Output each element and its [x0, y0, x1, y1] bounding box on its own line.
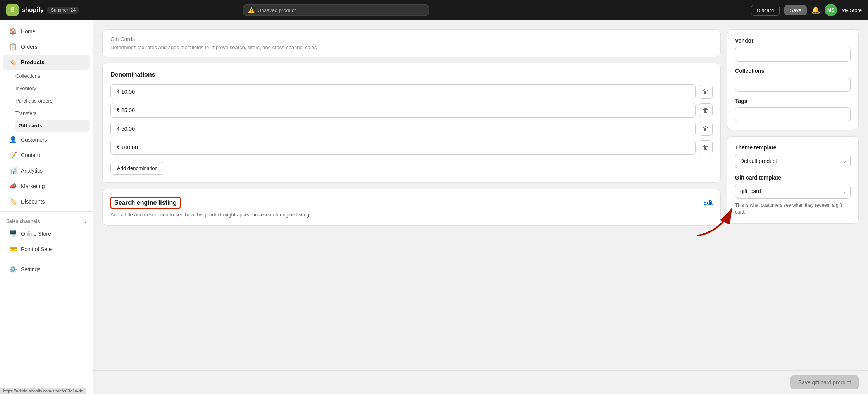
- transfers-label: Transfers: [16, 110, 36, 116]
- denomination-input-3[interactable]: [110, 122, 696, 136]
- denomination-row-2: 🗑: [110, 103, 713, 118]
- seo-edit-link[interactable]: Edit: [703, 200, 713, 206]
- save-button[interactable]: Save: [784, 5, 807, 15]
- notifications-icon[interactable]: 🔔: [811, 6, 820, 14]
- purchase-orders-label: Purchase orders: [16, 98, 52, 104]
- denomination-input-2[interactable]: [110, 103, 696, 118]
- sidebar-item-marketing[interactable]: 📣 Marketing: [3, 178, 90, 194]
- sidebar-item-discounts[interactable]: 🏷️ Discounts: [3, 194, 90, 209]
- topbar: S shopify Summer '24 ⚠️ Unsaved product …: [0, 0, 868, 20]
- sidebar-item-analytics[interactable]: 📊 Analytics: [3, 163, 90, 178]
- collections-input[interactable]: [735, 77, 851, 92]
- product-type-card: Determines tax rates and adds metafields…: [102, 29, 721, 57]
- denomination-row-1: 🗑: [110, 84, 713, 99]
- customers-icon: 👤: [9, 136, 17, 143]
- sidebar-item-transfers[interactable]: Transfers: [16, 107, 90, 119]
- seo-title-box: Search engine listing: [110, 197, 181, 209]
- logo-area: S shopify Summer '24: [6, 4, 79, 16]
- denomination-input-1[interactable]: [110, 84, 696, 99]
- seo-description: Add a title and description to see how t…: [110, 212, 713, 218]
- save-gift-card-button[interactable]: Save gift card product: [790, 375, 859, 389]
- sidebar-item-label: Marketing: [21, 183, 45, 189]
- content-icon: 📝: [9, 151, 17, 159]
- theme-template-select-wrapper: Default product ⌄: [735, 154, 851, 168]
- tags-label: Tags: [735, 98, 851, 104]
- status-url: https://admin.shopify.com/store/o63a1a-d…: [3, 389, 83, 393]
- gift-cards-label: Gift cards: [19, 123, 42, 128]
- sidebar-item-customers[interactable]: 👤 Customers: [3, 132, 90, 147]
- discard-button[interactable]: Discard: [751, 5, 780, 16]
- theme-template-label: Theme template: [735, 144, 851, 151]
- delete-denomination-4-button[interactable]: 🗑: [699, 140, 713, 154]
- status-bar: https://admin.shopify.com/store/o63a1a-d…: [0, 388, 86, 394]
- vendor-field-group: Vendor: [735, 38, 851, 62]
- sidebar-item-label: Home: [21, 28, 35, 34]
- sidebar: 🏠 Home 📋 Orders 🏷️ Products Collections …: [0, 20, 93, 394]
- products-icon: 🏷️: [9, 58, 17, 66]
- topbar-actions: Discard Save 🔔 MS My Store: [751, 4, 862, 16]
- marketing-icon: 📣: [9, 182, 17, 190]
- sidebar-item-label: Orders: [21, 44, 38, 50]
- collections-label: Collections: [16, 73, 40, 79]
- sidebar-item-label: Online Store: [21, 231, 51, 237]
- collections-field-group: Collections: [735, 68, 851, 92]
- sidebar-item-content[interactable]: 📝 Content: [3, 147, 90, 163]
- delete-denomination-3-button[interactable]: 🗑: [699, 122, 713, 136]
- denomination-row-3: 🗑: [110, 122, 713, 136]
- orders-icon: 📋: [9, 43, 17, 50]
- sidebar-item-purchase-orders[interactable]: Purchase orders: [16, 95, 90, 107]
- warning-icon: ⚠️: [248, 7, 255, 13]
- seo-header: Search engine listing Edit: [110, 197, 713, 209]
- settings-icon: ⚙️: [9, 266, 17, 273]
- gift-card-template-group: Gift card template gift_card ⌄ This is w…: [735, 175, 851, 216]
- content-area: Determines tax rates and adds metafields…: [102, 29, 859, 261]
- sales-channels-label: Sales channels: [6, 219, 40, 224]
- gift-card-template-select-wrapper: gift_card ⌄: [735, 184, 851, 199]
- vendor-input[interactable]: [735, 47, 851, 62]
- online-store-icon: 🖥️: [9, 230, 17, 237]
- add-denomination-button[interactable]: Add denomination: [110, 162, 164, 175]
- sidebar-item-inventory[interactable]: Inventory: [16, 82, 90, 94]
- delete-denomination-2-button[interactable]: 🗑: [699, 103, 713, 117]
- vendor-label: Vendor: [735, 38, 851, 44]
- shopify-logo-icon: S: [6, 4, 19, 16]
- main-content: Determines tax rates and adds metafields…: [93, 20, 868, 394]
- discounts-icon: 🏷️: [9, 198, 17, 205]
- sidebar-item-collections[interactable]: Collections: [16, 70, 90, 82]
- denomination-row-4: 🗑: [110, 140, 713, 155]
- sidebar-item-label: Analytics: [21, 168, 43, 174]
- product-type-input[interactable]: [110, 36, 713, 42]
- topbar-search-bar[interactable]: ⚠️ Unsaved product: [243, 4, 429, 16]
- summer-badge: Summer '24: [47, 7, 79, 14]
- bottom-bar: Save gift card product: [93, 370, 868, 394]
- delete-denomination-1-button[interactable]: 🗑: [699, 85, 713, 99]
- sidebar-item-label: Discounts: [21, 199, 45, 205]
- seo-card: Search engine listing Edit Add a title a…: [102, 189, 721, 226]
- store-name: My Store: [842, 7, 862, 13]
- sales-channels-section: Sales channels ›: [0, 214, 93, 226]
- theme-template-select[interactable]: Default product: [735, 154, 851, 168]
- sidebar-item-label: Customers: [21, 137, 47, 143]
- avatar[interactable]: MS: [825, 4, 837, 16]
- denominations-card: Denominations 🗑 🗑 🗑: [102, 63, 721, 183]
- gift-card-template-select[interactable]: gift_card: [735, 184, 851, 199]
- sidebar-item-orders[interactable]: 📋 Orders: [3, 39, 90, 54]
- search-bar-text: Unsaved product: [258, 7, 296, 13]
- denominations-title: Denominations: [110, 71, 713, 78]
- sidebar-item-label: Point of Sale: [21, 246, 52, 252]
- sidebar-item-products[interactable]: 🏷️ Products: [3, 55, 90, 70]
- sidebar-item-online-store[interactable]: 🖥️ Online Store: [3, 226, 90, 241]
- sidebar-item-settings[interactable]: ⚙️ Settings: [3, 262, 90, 277]
- collections-label: Collections: [735, 68, 851, 74]
- tags-input[interactable]: [735, 107, 851, 122]
- expand-icon[interactable]: ›: [85, 219, 86, 224]
- app-layout: 🏠 Home 📋 Orders 🏷️ Products Collections …: [0, 0, 868, 394]
- sidebar-item-pos[interactable]: 💳 Point of Sale: [3, 242, 90, 257]
- sidebar-divider-2: [0, 259, 93, 259]
- content-left: Determines tax rates and adds metafields…: [102, 29, 721, 261]
- home-icon: 🏠: [9, 27, 17, 35]
- sidebar-divider: [0, 211, 93, 212]
- sidebar-item-home[interactable]: 🏠 Home: [3, 24, 90, 39]
- denomination-input-4[interactable]: [110, 140, 696, 155]
- sidebar-item-gift-cards[interactable]: Gift cards: [16, 120, 90, 132]
